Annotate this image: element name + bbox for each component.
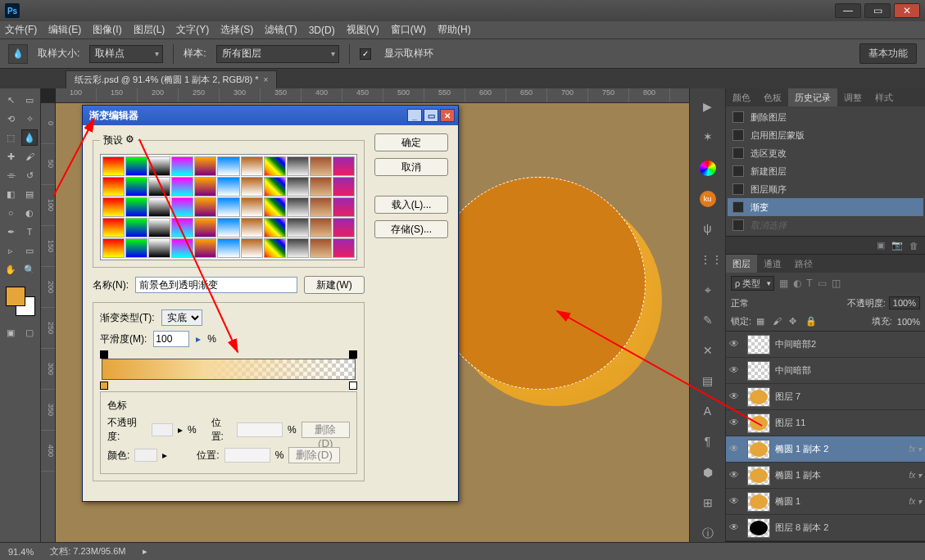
preset-swatch[interactable] xyxy=(194,156,216,176)
load-button[interactable]: 载入(L)... xyxy=(374,196,448,214)
layer-row[interactable]: 👁中间暗部2 xyxy=(726,332,925,358)
layer-row[interactable]: 👁图层 11 xyxy=(726,410,925,436)
history-item[interactable]: 新建图层 xyxy=(728,162,923,180)
snapshot-icon[interactable]: ▣ xyxy=(877,240,885,251)
lock-pos-icon[interactable]: ✥ xyxy=(789,316,800,327)
eyedropper-tool[interactable]: 💧 xyxy=(21,129,38,146)
note-icon[interactable]: ▤ xyxy=(700,374,716,390)
menu-3d[interactable]: 3D(D) xyxy=(309,25,335,36)
trash-icon[interactable]: 🗑 xyxy=(909,241,918,251)
preset-swatch[interactable] xyxy=(217,177,239,196)
window-maximize-button[interactable]: ▭ xyxy=(864,3,891,18)
menu-help[interactable]: 帮助(H) xyxy=(438,23,471,37)
camera-icon[interactable]: 📷 xyxy=(891,240,903,251)
dialog-close-button[interactable]: ✕ xyxy=(440,109,455,122)
clone-source-icon[interactable]: ⌖ xyxy=(700,283,716,299)
3d-icon[interactable]: ⬢ xyxy=(700,466,716,481)
preset-swatch[interactable] xyxy=(241,238,263,258)
menu-layer[interactable]: 图层(L) xyxy=(134,23,166,37)
filter-pixel-icon[interactable]: ▦ xyxy=(779,278,788,289)
new-button[interactable]: 新建(W) xyxy=(304,276,365,294)
stop-pos-input-1[interactable] xyxy=(237,422,283,437)
menu-edit[interactable]: 编辑(E) xyxy=(48,23,81,37)
preset-swatch[interactable] xyxy=(241,218,263,237)
preset-swatch[interactable] xyxy=(310,218,332,237)
char-icon[interactable]: A xyxy=(700,404,716,420)
window-minimize-button[interactable]: — xyxy=(835,3,861,18)
sample-size-dropdown[interactable]: 取样点 xyxy=(89,45,163,63)
show-ring-checkbox[interactable] xyxy=(360,48,371,60)
quickmask-tool[interactable]: ▣ xyxy=(2,324,19,341)
filter-type-icon[interactable]: T xyxy=(806,278,812,289)
preset-swatch[interactable] xyxy=(125,177,147,196)
tab-channels[interactable]: 通道 xyxy=(757,255,788,273)
preset-swatch[interactable] xyxy=(148,238,170,258)
info-icon[interactable]: ⓘ xyxy=(700,526,716,542)
tab-history[interactable]: 历史记录 xyxy=(788,88,837,106)
kuler-icon[interactable]: ku xyxy=(700,191,716,207)
menu-image[interactable]: 图像(I) xyxy=(93,23,121,37)
ok-button[interactable]: 确定 xyxy=(374,133,448,151)
blend-mode-dropdown[interactable]: 正常 xyxy=(731,297,780,309)
pen-tool[interactable]: ✒ xyxy=(2,224,19,240)
lock-trans-icon[interactable]: ▦ xyxy=(756,316,768,327)
color-swatches[interactable] xyxy=(6,287,35,316)
preset-swatch[interactable] xyxy=(217,238,239,258)
stop-color-swatch[interactable] xyxy=(134,449,157,462)
preset-swatch[interactable] xyxy=(102,238,125,258)
workspace-essentials-button[interactable]: 基本功能 xyxy=(859,43,917,64)
history-item[interactable]: 选区更改 xyxy=(728,144,923,162)
preset-swatch[interactable] xyxy=(333,177,355,196)
brush-preset-icon[interactable]: ⋮⋮ xyxy=(700,253,716,269)
layer-list[interactable]: 👁中间暗部2👁中间暗部👁图层 7👁图层 11👁椭圆 1 副本 2fx ▾👁椭圆 … xyxy=(726,332,925,541)
gradient-bar[interactable] xyxy=(100,352,357,391)
preset-swatch[interactable] xyxy=(194,238,216,258)
lock-paint-icon[interactable]: 🖌 xyxy=(773,316,784,327)
delete-color-stop-button[interactable]: 删除(D) xyxy=(288,447,340,463)
layer-row[interactable]: 👁椭圆 1fx ▾ xyxy=(726,489,925,515)
stop-pos-input-2[interactable] xyxy=(224,448,270,463)
eye-icon[interactable]: 👁 xyxy=(729,469,742,482)
menu-type[interactable]: 文字(Y) xyxy=(176,23,209,37)
opacity-stop-left[interactable] xyxy=(100,350,108,359)
preset-swatch[interactable] xyxy=(194,177,216,196)
tab-color[interactable]: 颜色 xyxy=(726,88,757,106)
eye-icon[interactable]: 👁 xyxy=(729,417,742,430)
preset-swatch[interactable] xyxy=(333,156,355,176)
history-item[interactable]: 渐变 xyxy=(728,198,923,216)
close-icon[interactable]: × xyxy=(264,75,269,84)
foreground-color-swatch[interactable] xyxy=(6,287,25,306)
preset-swatch[interactable] xyxy=(310,238,332,258)
move-tool[interactable]: ↖ xyxy=(2,92,19,108)
shape-tool[interactable]: ▭ xyxy=(21,242,38,259)
preset-swatch[interactable] xyxy=(217,218,239,237)
preset-swatch[interactable] xyxy=(125,156,147,176)
brush-tool[interactable]: 🖌 xyxy=(21,148,38,165)
preset-swatch[interactable] xyxy=(310,156,332,176)
gradient-editor-dialog[interactable]: 渐变编辑器 _ ▭ ✕ 预设 ⚙ 名称(N): 新建(W) 渐变类型(T): 实… xyxy=(82,105,459,502)
layer-row[interactable]: 👁图层 7 xyxy=(726,384,925,410)
compass-icon[interactable]: ✶ xyxy=(700,130,716,146)
document-tab[interactable]: 纸云彩.psd @ 91.4% (椭圆 1 副本 2, RGB/8) * × xyxy=(66,70,277,88)
tab-paths[interactable]: 路径 xyxy=(788,255,819,273)
fill-field[interactable]: 100% xyxy=(897,317,920,327)
preset-swatch[interactable] xyxy=(264,177,286,196)
lock-all-icon[interactable]: 🔒 xyxy=(805,316,817,327)
preset-swatch[interactable] xyxy=(287,156,309,176)
history-brush-tool[interactable]: ↺ xyxy=(21,167,38,183)
preset-swatch[interactable] xyxy=(125,218,147,237)
preset-swatch[interactable] xyxy=(102,177,125,196)
dodge-tool[interactable]: ◐ xyxy=(21,205,38,221)
marquee-tool[interactable]: ▭ xyxy=(21,92,38,108)
status-chevron-icon[interactable]: ▸ xyxy=(143,546,147,557)
tab-adjustments[interactable]: 调整 xyxy=(837,88,868,106)
opacity-stop-right[interactable] xyxy=(349,350,357,359)
preset-swatch[interactable] xyxy=(333,218,355,237)
preset-grid[interactable] xyxy=(100,154,357,260)
dialog-minimize-button[interactable]: _ xyxy=(407,109,422,122)
preset-swatch[interactable] xyxy=(125,238,147,258)
delete-opacity-stop-button[interactable]: 删除(D) xyxy=(302,422,350,438)
layer-row[interactable]: 👁图层 8 副本 2 xyxy=(726,515,925,541)
eye-icon[interactable]: 👁 xyxy=(729,495,742,508)
screenmode-tool[interactable]: ▢ xyxy=(21,324,38,341)
